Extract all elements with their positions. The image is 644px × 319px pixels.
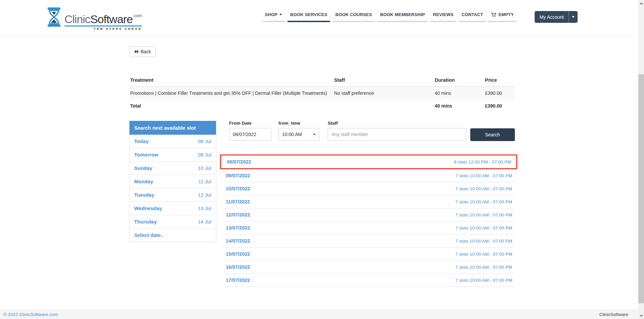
- col-header-treatment: Treatment: [129, 74, 333, 87]
- back-button[interactable]: Back: [129, 46, 156, 57]
- nav-cart-label: EMPTY: [498, 12, 514, 17]
- nav-shop-label: SHOP: [265, 12, 277, 17]
- availability-date[interactable]: 11/07/2022: [226, 199, 250, 204]
- quick-item-date: 13 Jul: [198, 205, 211, 211]
- staff-cell: No staff preference: [333, 87, 434, 100]
- nav-book-membership-label: BOOK MEMBERSHIP: [380, 12, 425, 17]
- availability-date[interactable]: 16/07/2022: [226, 264, 250, 270]
- availability-date[interactable]: 14/07/2022: [226, 238, 250, 244]
- availability-row[interactable]: 12/07/2022 7 slots 10:00 AM - 07:00 PM: [222, 208, 515, 221]
- availability-slots: 7 slots 10:00 AM - 07:00 PM: [455, 278, 512, 283]
- my-account-button[interactable]: My Account: [535, 11, 569, 22]
- clinicsoftware-logo[interactable]: ClinicSoftware.com TEN STEPS AHEAD: [47, 7, 142, 30]
- page-footer: © 2022 ClinicSoftware.com ClinicSoftware: [0, 310, 638, 319]
- availability-slots: 7 slots 10:00 AM - 07:00 PM: [455, 239, 512, 244]
- from-time-select[interactable]: 10:00 AM: [278, 128, 319, 141]
- sidebar-item-monday[interactable]: Monday 11 Jul: [129, 175, 216, 188]
- footer-brand: ClinicSoftware: [599, 312, 628, 317]
- scrollbar-thumb[interactable]: [638, 74, 644, 303]
- back-button-label: Back: [141, 49, 151, 54]
- availability-row[interactable]: 16/07/2022 7 slots 10:00 AM - 07:00 PM: [222, 261, 515, 274]
- from-date-input[interactable]: [229, 128, 271, 141]
- nav-item-book-membership[interactable]: BOOK MEMBERSHIP: [378, 12, 427, 22]
- availability-date[interactable]: 13/07/2022: [226, 225, 250, 231]
- quick-item-label: Select date..: [134, 232, 164, 238]
- nav-item-cart-empty[interactable]: EMPTY: [489, 12, 516, 22]
- nav-book-courses-label: BOOK COURSES: [335, 12, 372, 17]
- availability-row[interactable]: 15/07/2022 7 slots 10:00 AM - 07:00 PM: [222, 248, 515, 261]
- availability-slots: 7 slots 10:00 AM - 07:00 PM: [455, 212, 512, 217]
- vertical-scrollbar[interactable]: [638, 0, 644, 319]
- quick-item-date: 09 Jul: [198, 152, 211, 157]
- nav-underline: [262, 21, 285, 22]
- availability-date[interactable]: 15/07/2022: [226, 251, 250, 257]
- sidebar-item-tomorrow[interactable]: Tomorrow 09 Jul: [129, 148, 216, 162]
- nav-item-contact[interactable]: CONTACT: [460, 12, 485, 22]
- availability-row[interactable]: 17/07/2022 7 slots 10:00 AM - 07:00 PM: [222, 274, 515, 287]
- my-account-dropdown-toggle[interactable]: [569, 11, 577, 22]
- availability-row[interactable]: 13/07/2022 7 slots 10:00 AM - 07:00 PM: [222, 221, 515, 235]
- availability-search-form: From Date from_time 10:00 AM Staff Searc…: [222, 121, 515, 141]
- nav-item-book-services[interactable]: BOOK SERVICES: [288, 12, 329, 22]
- cart-icon: [491, 12, 496, 17]
- availability-row[interactable]: 11/07/2022 7 slots 10:00 AM - 07:00 PM: [222, 195, 515, 208]
- logo-rule: [64, 25, 142, 26]
- nav-underline: [459, 21, 486, 22]
- availability-slots: 7 slots 10:00 AM - 07:00 PM: [455, 265, 512, 270]
- availability-slots: 7 slots 10:00 AM - 07:00 PM: [455, 226, 512, 231]
- sidebar-item-today[interactable]: Today 08 Jul: [129, 135, 216, 148]
- price-cell: £390.00: [484, 87, 515, 100]
- availability-row[interactable]: 09/07/2022 7 slots 10:00 AM - 07:00 PM: [222, 169, 515, 182]
- total-price: £390.00: [484, 100, 515, 112]
- treatment-cell: Promotions | Combine Filler Treatments a…: [129, 87, 333, 100]
- my-account-group: My Account: [535, 11, 578, 23]
- nav-underline: [377, 21, 428, 22]
- staff-input[interactable]: [328, 128, 466, 141]
- chevron-down-icon: [572, 16, 575, 18]
- from-date-label: From Date: [229, 121, 271, 126]
- availability-row-selected[interactable]: 08/07/2022 6 slots 12:00 PM - 07:00 PM: [220, 154, 517, 169]
- quick-item-label: Wednesday: [134, 205, 162, 211]
- footer-copyright-link[interactable]: © 2022 ClinicSoftware.com: [3, 312, 58, 317]
- sidebar-item-sunday[interactable]: Sunday 10 Jul: [129, 162, 216, 175]
- table-total-row: Total 40 mins £390.00: [129, 100, 515, 112]
- col-header-staff: Staff: [333, 74, 434, 87]
- scroll-up-arrow-icon[interactable]: [638, 1, 644, 6]
- availability-slots: 7 slots 10:00 AM - 07:00 PM: [455, 199, 512, 204]
- nav-reviews-label: REVIEWS: [433, 12, 453, 17]
- total-duration: 40 mins: [434, 100, 484, 112]
- sidebar-item-select-date[interactable]: Select date..: [129, 229, 216, 242]
- nav-book-services-label: BOOK SERVICES: [290, 12, 327, 17]
- availability-slots: 7 slots 10:00 AM - 07:00 PM: [455, 173, 512, 178]
- availability-date[interactable]: 10/07/2022: [226, 186, 250, 191]
- availability-row[interactable]: 14/07/2022 7 slots 10:00 AM - 07:00 PM: [222, 235, 515, 248]
- scroll-down-arrow-icon[interactable]: [638, 313, 644, 318]
- sidebar-item-tuesday[interactable]: Tuesday 12 Jul: [129, 188, 216, 202]
- main-nav: SHOP BOOK SERVICES BOOK COURSES BOOK MEM…: [261, 12, 518, 22]
- sidebar-item-wednesday[interactable]: Wednesday 13 Jul: [129, 202, 216, 215]
- quick-item-label: Sunday: [134, 165, 152, 171]
- availability-slots: 7 slots 10:00 AM - 07:00 PM: [455, 186, 512, 191]
- nav-item-shop[interactable]: SHOP: [263, 12, 284, 22]
- quick-item-date: 08 Jul: [198, 138, 211, 144]
- from-time-value: 10:00 AM: [282, 132, 302, 137]
- search-button[interactable]: Search: [470, 128, 515, 141]
- from-time-label: from_time: [278, 121, 319, 126]
- nav-underline-active: [287, 21, 330, 22]
- availability-date[interactable]: 08/07/2022: [227, 159, 251, 165]
- staff-label: Staff: [328, 121, 466, 126]
- chevron-down-icon: [279, 14, 282, 15]
- quick-slot-panel: Search next available slot Today 08 Jul …: [129, 121, 216, 242]
- availability-date[interactable]: 12/07/2022: [226, 212, 250, 217]
- nav-item-reviews[interactable]: REVIEWS: [431, 12, 455, 22]
- nav-item-book-courses[interactable]: BOOK COURSES: [333, 12, 374, 22]
- col-header-duration: Duration: [434, 74, 484, 87]
- quick-item-date: 11 Jul: [198, 179, 211, 184]
- sidebar-item-thursday[interactable]: Thursday 14 Jul: [129, 215, 216, 229]
- availability-slots: 7 slots 10:00 AM - 07:00 PM: [455, 252, 512, 257]
- nav-underline: [488, 21, 517, 22]
- availability-date[interactable]: 17/07/2022: [226, 277, 250, 283]
- availability-row[interactable]: 10/07/2022 7 slots 10:00 AM - 07:00 PM: [222, 182, 515, 195]
- availability-date[interactable]: 09/07/2022: [226, 173, 250, 178]
- logo-tld: .com: [132, 13, 142, 18]
